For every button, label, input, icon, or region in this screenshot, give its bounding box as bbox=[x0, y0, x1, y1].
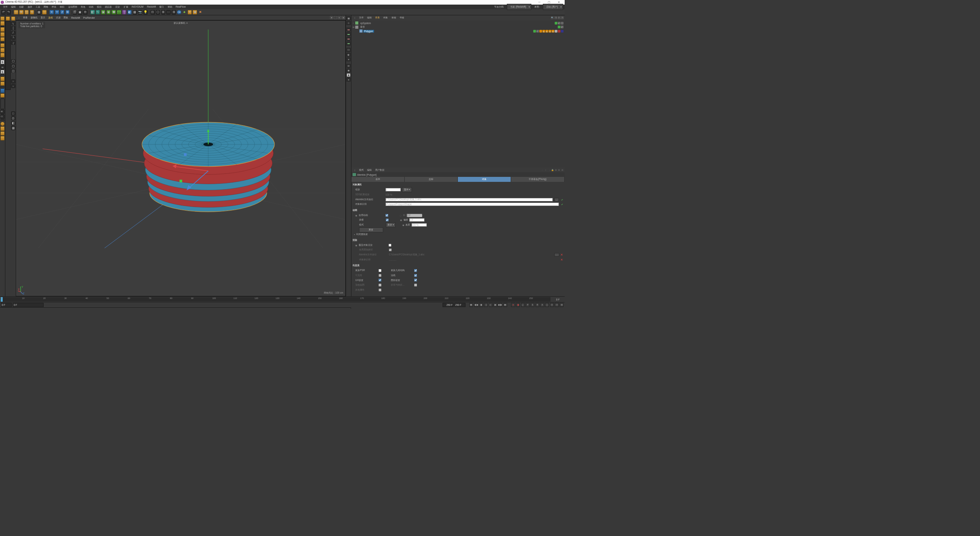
autokey[interactable]: ◉ bbox=[516, 303, 520, 307]
coord-system[interactable]: ⊕ bbox=[65, 10, 70, 15]
time-remap-expander[interactable]: 时间重映射 bbox=[353, 232, 563, 237]
sel-2[interactable] bbox=[0, 126, 5, 131]
vis-2[interactable]: ⊡ bbox=[0, 114, 5, 119]
snap-s2[interactable]: S bbox=[0, 70, 5, 74]
object-tree[interactable]: − xpSystem ✓ ⊞ 备份 ✓ ▲ Polygon ✓ ▲ ▲▲ bbox=[351, 20, 565, 168]
reset-button[interactable]: 重置 bbox=[359, 227, 383, 232]
vp-menu-filter[interactable]: 过滤 bbox=[54, 16, 62, 20]
menu-mograph[interactable]: 运动图形 bbox=[66, 5, 79, 10]
maximize-button[interactable]: ▢ bbox=[544, 0, 554, 4]
deformer[interactable]: ║ bbox=[122, 10, 127, 15]
vp-menu-view[interactable]: 查看 bbox=[21, 16, 29, 20]
mb-11[interactable]: ◉ bbox=[346, 69, 350, 72]
menu-extensions[interactable]: 扩展 bbox=[122, 5, 130, 10]
override-checkbox[interactable] bbox=[389, 244, 391, 247]
om-filter-icon[interactable]: ⊡ bbox=[554, 16, 557, 19]
vis-1[interactable]: ⊞ bbox=[0, 109, 5, 114]
goto-start[interactable]: ⏮ bbox=[469, 303, 473, 307]
render-view[interactable]: 🎬 bbox=[73, 10, 77, 15]
vp-menu-panel[interactable]: 面板 bbox=[62, 16, 70, 20]
scale-input[interactable] bbox=[385, 188, 401, 191]
vol-2[interactable] bbox=[0, 93, 5, 98]
mb-2[interactable]: ⊹ bbox=[346, 21, 350, 25]
plugin-2[interactable]: ✦ bbox=[188, 10, 192, 15]
menu-render[interactable]: 渲染 bbox=[114, 5, 122, 10]
texture-mode[interactable] bbox=[0, 32, 5, 37]
tab-phong[interactable]: 平滑着色(Phong) bbox=[511, 177, 564, 182]
use-anim-checkbox[interactable] bbox=[385, 214, 388, 217]
viewport[interactable]: Number of emitters: 1 Total live particl… bbox=[16, 20, 346, 296]
misc-4[interactable]: ⋯ bbox=[166, 10, 171, 15]
key-rot[interactable]: R bbox=[536, 303, 539, 307]
render-settings[interactable]: ⚙ bbox=[83, 10, 88, 15]
axis-lock[interactable]: ⊹ bbox=[42, 10, 47, 15]
tree-row-polygon[interactable]: ▲ Polygon ✓ ▲ ▲▲ ▲◉ bbox=[352, 29, 564, 33]
psr-checkbox[interactable] bbox=[379, 269, 381, 272]
redo-button[interactable]: ↷ bbox=[7, 10, 11, 15]
om-tags[interactable]: 标签 bbox=[390, 16, 398, 20]
menu-realflow[interactable]: RealFlow bbox=[174, 5, 188, 10]
timeline-ruler[interactable]: 0102030405060708090100110120130140150160… bbox=[1, 297, 550, 302]
vp-menu-prorender[interactable]: ProRender bbox=[82, 16, 96, 19]
attr-userdata[interactable]: 用户数据 bbox=[374, 168, 386, 172]
tb3-10[interactable]: ▫ bbox=[11, 79, 15, 83]
project-start[interactable] bbox=[13, 303, 44, 307]
generator-1[interactable]: ▣ bbox=[101, 10, 106, 15]
face-checkbox[interactable] bbox=[414, 279, 417, 281]
tb3-1[interactable]: ⊹ bbox=[11, 16, 15, 20]
mat-texture[interactable]: 纹理 bbox=[46, 309, 54, 309]
sel-3[interactable] bbox=[0, 131, 5, 136]
misc-5[interactable]: ⊞ bbox=[172, 10, 176, 15]
scale-tool[interactable]: ◫ bbox=[24, 10, 29, 15]
om-x-icon[interactable]: ⊡ bbox=[561, 16, 564, 19]
vp-nav-3[interactable]: ⟲ bbox=[338, 16, 341, 19]
tb3-14[interactable]: ◧ bbox=[11, 121, 15, 125]
mb-5[interactable]: ▬ bbox=[346, 37, 350, 41]
range-end[interactable] bbox=[443, 303, 454, 307]
menu-tools[interactable]: 工具 bbox=[34, 5, 42, 10]
workplane-2[interactable] bbox=[0, 82, 5, 86]
undo-button[interactable]: ↶ bbox=[1, 10, 6, 15]
mat-select[interactable]: 选择 bbox=[30, 309, 38, 309]
rotate-tool[interactable]: ⟲ bbox=[30, 10, 34, 15]
vp-nav-4[interactable]: ⊞ bbox=[342, 16, 345, 19]
menu-volume[interactable]: 体积 bbox=[58, 5, 66, 10]
nodespace-dropdown[interactable]: 当前 (Redshift) ▾ bbox=[507, 4, 531, 10]
menu-tracker[interactable]: 跟踪器 bbox=[103, 5, 114, 10]
step-back[interactable]: ◀◀ bbox=[474, 303, 478, 307]
menu-redshift[interactable]: Redshift bbox=[145, 5, 157, 10]
om-file[interactable]: 文件 bbox=[357, 16, 365, 20]
mb-13[interactable]: ≡ bbox=[346, 78, 350, 82]
object-mode[interactable] bbox=[0, 21, 5, 26]
attr-nav-back[interactable]: ← bbox=[541, 169, 544, 172]
vp-nav-2[interactable]: ↔ bbox=[334, 16, 337, 19]
prev-frame[interactable]: ◀ bbox=[479, 303, 483, 307]
z-axis-toggle[interactable]: Z bbox=[60, 10, 65, 15]
tab-basic[interactable]: 基本 bbox=[351, 177, 405, 182]
norm-checkbox[interactable] bbox=[414, 274, 417, 277]
vp-nav-1[interactable]: ✥ bbox=[330, 16, 333, 19]
mb-1[interactable]: ▦ bbox=[346, 16, 350, 20]
plugin-3[interactable]: ◉ bbox=[193, 10, 197, 15]
tb3-5[interactable]: └ bbox=[11, 36, 15, 40]
mb-3[interactable]: ▬ bbox=[346, 28, 350, 31]
mat-edit[interactable]: 编辑 bbox=[14, 309, 22, 309]
misc-1[interactable]: ⊡ bbox=[150, 10, 155, 15]
attr-close[interactable]: ⊡ bbox=[561, 169, 564, 172]
mb-6[interactable]: ▬ bbox=[346, 41, 350, 45]
abc-path-input[interactable] bbox=[385, 198, 553, 201]
goto-end[interactable]: ⏭ bbox=[503, 303, 507, 307]
menu-help[interactable]: 帮助 bbox=[166, 5, 174, 10]
attr-lock-icon[interactable]: 🔒 bbox=[551, 169, 554, 172]
menu-select[interactable]: 选择 bbox=[26, 5, 34, 10]
speed-input[interactable] bbox=[412, 223, 427, 227]
tb3-7[interactable]: ▢ bbox=[11, 59, 15, 63]
range-start[interactable] bbox=[1, 303, 12, 307]
menu-animate[interactable]: 动画 bbox=[87, 5, 95, 10]
menu-edit[interactable]: 编辑 bbox=[10, 5, 18, 10]
menu-file[interactable]: 文件 bbox=[1, 5, 9, 10]
sel-1[interactable] bbox=[0, 122, 5, 126]
mat-view[interactable]: 查看 bbox=[22, 309, 30, 309]
tb3-13[interactable]: ⊡ bbox=[11, 116, 15, 120]
workplane-mode[interactable] bbox=[0, 37, 5, 42]
